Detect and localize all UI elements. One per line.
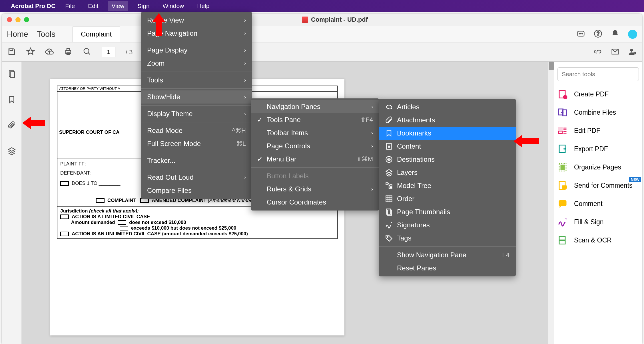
- view-menu-item[interactable]: Tracker...: [141, 154, 252, 167]
- view-menu-item[interactable]: Read Mode^⌘H: [141, 124, 252, 137]
- showhide-menu-item[interactable]: ✓Menu Bar⇧⌘M: [251, 153, 379, 166]
- tool-export-pdf[interactable]: Export PDF: [557, 144, 639, 154]
- annotation-arrow-bookmarks-rail: [22, 117, 45, 129]
- nav-tools[interactable]: Tools: [37, 30, 55, 39]
- pdf-file-icon: [302, 17, 308, 23]
- svg-point-1: [579, 33, 580, 34]
- view-menu-item[interactable]: Tools›: [141, 74, 252, 87]
- navpane-menu-item-content[interactable]: Content: [379, 140, 516, 153]
- svg-rect-8: [67, 48, 70, 50]
- nav-home[interactable]: Home: [7, 30, 28, 39]
- view-menu-item[interactable]: Compare Files: [141, 184, 252, 197]
- minimize-window-icon[interactable]: [15, 17, 21, 22]
- showhide-menu-item[interactable]: Navigation Panes›: [251, 100, 379, 113]
- svg-point-14: [630, 49, 633, 52]
- svg-rect-39: [390, 187, 392, 189]
- new-badge: NEW: [629, 177, 641, 182]
- showhide-menu-item[interactable]: Cursor Coordinates: [251, 196, 379, 209]
- view-menu-item[interactable]: Show/Hide›: [141, 90, 252, 104]
- help-icon[interactable]: ?: [594, 29, 602, 39]
- view-menu-item[interactable]: Full Screen Mode⌘L: [141, 137, 252, 150]
- tool-create-pdf[interactable]: +Create PDF: [557, 89, 639, 99]
- titlebar: Complaint - UD.pdf: [2, 14, 642, 26]
- zoom-icon[interactable]: [83, 47, 91, 57]
- tool-fill-sign[interactable]: Fill & Sign: [557, 217, 639, 227]
- email-icon[interactable]: [611, 47, 619, 57]
- navpane-menu-item-page-thumbnails[interactable]: Page Thumbnails: [379, 205, 516, 218]
- add-user-icon[interactable]: +: [628, 47, 637, 57]
- layers-rail-icon[interactable]: [7, 147, 16, 156]
- tool-edit-pdf[interactable]: Edit PDF: [557, 126, 639, 136]
- showhide-menu-item[interactable]: Toolbar Items›: [251, 126, 379, 139]
- tool-comment[interactable]: Comment: [557, 199, 639, 209]
- tool-send-for-comments[interactable]: Send for CommentsNEW: [557, 180, 639, 191]
- svg-text:+: +: [634, 51, 636, 54]
- svg-text:+: +: [564, 95, 566, 99]
- macos-menubar: Acrobat Pro DC File Edit View Sign Windo…: [0, 0, 644, 12]
- tool-scan-ocr[interactable]: Scan & OCR: [557, 235, 639, 245]
- svg-rect-31: [559, 200, 567, 206]
- menubar-view[interactable]: View: [108, 1, 128, 11]
- showhide-menu-item[interactable]: Page Controls›: [251, 139, 379, 153]
- maximize-window-icon[interactable]: [24, 17, 29, 22]
- menubar-window[interactable]: Window: [159, 1, 188, 11]
- navpane-menu-item-bookmarks[interactable]: Bookmarks: [379, 127, 516, 140]
- annotation-arrow-view: [151, 13, 165, 36]
- window-title: Complaint - UD.pdf: [311, 16, 368, 23]
- close-window-icon[interactable]: [7, 17, 12, 22]
- navpane-menu-item-order[interactable]: Order: [379, 192, 516, 205]
- link-icon[interactable]: [594, 47, 602, 57]
- svg-rect-6: [10, 49, 13, 50]
- navpane-footer-item[interactable]: Show Navigation PaneF4: [379, 248, 516, 262]
- app-name: Acrobat Pro DC: [11, 3, 55, 9]
- traffic-lights: [7, 17, 29, 22]
- star-icon[interactable]: [26, 47, 35, 57]
- svg-rect-40: [386, 196, 392, 202]
- user-avatar[interactable]: [628, 30, 637, 39]
- tools-panel: +Create PDF Combine Files Edit PDF Expor…: [554, 62, 642, 344]
- svg-rect-38: [390, 185, 392, 187]
- svg-text:?: ?: [597, 31, 599, 37]
- tool-combine-files[interactable]: Combine Files: [557, 107, 639, 118]
- annotation-arrow-bookmarks-menu: [513, 135, 539, 147]
- print-icon[interactable]: [64, 47, 73, 57]
- navpane-menu-item-tags[interactable]: Tags: [379, 232, 516, 245]
- cloud-upload-icon[interactable]: [45, 47, 54, 57]
- menubar-help[interactable]: Help: [194, 1, 213, 11]
- svg-rect-25: [559, 131, 562, 134]
- bookmarks-rail-icon[interactable]: [7, 95, 16, 105]
- navpane-footer-item[interactable]: Reset Panes: [379, 262, 516, 275]
- bell-icon[interactable]: [611, 29, 619, 39]
- menubar-file[interactable]: File: [62, 1, 78, 11]
- notifications-icon[interactable]: [577, 29, 585, 39]
- svg-rect-28: [561, 165, 564, 169]
- navpane-menu-item-articles[interactable]: Articles: [379, 100, 516, 114]
- view-menu-item[interactable]: Display Theme›: [141, 107, 252, 120]
- showhide-submenu: Navigation Panes›✓Tools Pane⇧F4Toolbar I…: [251, 98, 379, 211]
- showhide-menu-item[interactable]: ✓Tools Pane⇧F4: [251, 113, 379, 126]
- page-thumbnails-icon[interactable]: [7, 70, 16, 79]
- tool-organize-pages[interactable]: Organize Pages: [557, 162, 639, 172]
- svg-point-10: [84, 48, 89, 53]
- navpane-menu-item-signatures[interactable]: Signatures: [379, 218, 516, 232]
- showhide-menu-item[interactable]: Rulers & Grids›: [251, 183, 379, 196]
- save-icon[interactable]: [7, 47, 16, 57]
- view-menu-item[interactable]: Read Out Loud›: [141, 171, 252, 184]
- page-number-input[interactable]: [102, 47, 115, 57]
- navpane-menu-item-model-tree[interactable]: Model Tree: [379, 179, 516, 192]
- navpanes-submenu: ArticlesAttachmentsBookmarksContentDesti…: [379, 99, 516, 276]
- top-nav: Home Tools Complaint ?: [2, 26, 642, 43]
- main-toolbar: / 3 +: [2, 43, 642, 62]
- attachments-rail-icon[interactable]: [7, 121, 16, 131]
- document-tab[interactable]: Complaint: [73, 27, 120, 42]
- svg-point-3: [582, 33, 583, 34]
- navpane-menu-item-layers[interactable]: Layers: [379, 166, 516, 179]
- vertical-scrollbar[interactable]: [548, 62, 554, 344]
- view-menu-item[interactable]: Zoom›: [141, 57, 252, 70]
- menubar-edit[interactable]: Edit: [85, 1, 102, 11]
- navpane-menu-item-attachments[interactable]: Attachments: [379, 114, 516, 127]
- menubar-sign[interactable]: Sign: [134, 1, 153, 11]
- navpane-menu-item-destinations[interactable]: Destinations: [379, 153, 516, 166]
- view-menu-item[interactable]: Page Display›: [141, 44, 252, 57]
- search-tools-input[interactable]: [557, 67, 639, 81]
